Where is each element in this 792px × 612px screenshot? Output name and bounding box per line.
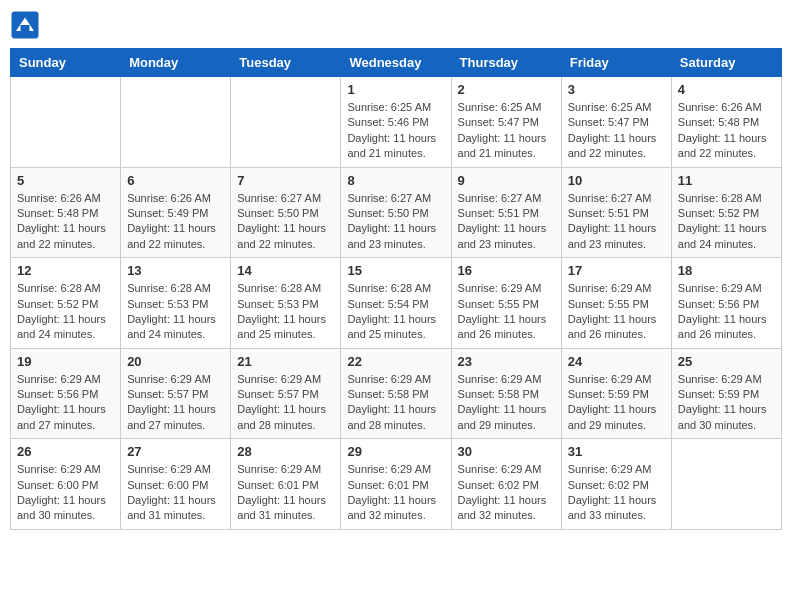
day-info: Sunrise: 6:29 AMSunset: 5:58 PMDaylight:… xyxy=(458,372,555,434)
calendar-cell: 28Sunrise: 6:29 AMSunset: 6:01 PMDayligh… xyxy=(231,439,341,530)
day-info: Sunrise: 6:28 AMSunset: 5:53 PMDaylight:… xyxy=(237,281,334,343)
day-number: 28 xyxy=(237,444,334,459)
calendar-cell: 23Sunrise: 6:29 AMSunset: 5:58 PMDayligh… xyxy=(451,348,561,439)
calendar-cell: 14Sunrise: 6:28 AMSunset: 5:53 PMDayligh… xyxy=(231,258,341,349)
day-number: 6 xyxy=(127,173,224,188)
calendar-cell: 8Sunrise: 6:27 AMSunset: 5:50 PMDaylight… xyxy=(341,167,451,258)
day-number: 25 xyxy=(678,354,775,369)
day-number: 5 xyxy=(17,173,114,188)
day-info: Sunrise: 6:29 AMSunset: 5:56 PMDaylight:… xyxy=(17,372,114,434)
calendar-table: SundayMondayTuesdayWednesdayThursdayFrid… xyxy=(10,48,782,530)
day-info: Sunrise: 6:29 AMSunset: 6:02 PMDaylight:… xyxy=(458,462,555,524)
day-number: 26 xyxy=(17,444,114,459)
day-number: 15 xyxy=(347,263,444,278)
header-friday: Friday xyxy=(561,49,671,77)
calendar-cell: 16Sunrise: 6:29 AMSunset: 5:55 PMDayligh… xyxy=(451,258,561,349)
calendar-cell: 1Sunrise: 6:25 AMSunset: 5:46 PMDaylight… xyxy=(341,77,451,168)
day-number: 11 xyxy=(678,173,775,188)
header-monday: Monday xyxy=(121,49,231,77)
day-number: 27 xyxy=(127,444,224,459)
day-info: Sunrise: 6:26 AMSunset: 5:48 PMDaylight:… xyxy=(17,191,114,253)
day-info: Sunrise: 6:25 AMSunset: 5:47 PMDaylight:… xyxy=(458,100,555,162)
day-info: Sunrise: 6:25 AMSunset: 5:46 PMDaylight:… xyxy=(347,100,444,162)
calendar-cell: 21Sunrise: 6:29 AMSunset: 5:57 PMDayligh… xyxy=(231,348,341,439)
svg-rect-2 xyxy=(21,25,30,31)
page-header xyxy=(10,10,782,40)
calendar-cell: 22Sunrise: 6:29 AMSunset: 5:58 PMDayligh… xyxy=(341,348,451,439)
calendar-cell: 26Sunrise: 6:29 AMSunset: 6:00 PMDayligh… xyxy=(11,439,121,530)
day-number: 17 xyxy=(568,263,665,278)
calendar-cell: 29Sunrise: 6:29 AMSunset: 6:01 PMDayligh… xyxy=(341,439,451,530)
calendar-cell: 6Sunrise: 6:26 AMSunset: 5:49 PMDaylight… xyxy=(121,167,231,258)
header-tuesday: Tuesday xyxy=(231,49,341,77)
day-info: Sunrise: 6:29 AMSunset: 6:01 PMDaylight:… xyxy=(237,462,334,524)
day-info: Sunrise: 6:29 AMSunset: 5:59 PMDaylight:… xyxy=(678,372,775,434)
calendar-cell: 30Sunrise: 6:29 AMSunset: 6:02 PMDayligh… xyxy=(451,439,561,530)
day-info: Sunrise: 6:29 AMSunset: 5:55 PMDaylight:… xyxy=(458,281,555,343)
calendar-cell: 25Sunrise: 6:29 AMSunset: 5:59 PMDayligh… xyxy=(671,348,781,439)
day-info: Sunrise: 6:29 AMSunset: 6:00 PMDaylight:… xyxy=(17,462,114,524)
logo xyxy=(10,10,42,40)
day-info: Sunrise: 6:27 AMSunset: 5:51 PMDaylight:… xyxy=(568,191,665,253)
day-number: 2 xyxy=(458,82,555,97)
day-info: Sunrise: 6:29 AMSunset: 5:57 PMDaylight:… xyxy=(237,372,334,434)
day-number: 13 xyxy=(127,263,224,278)
day-info: Sunrise: 6:25 AMSunset: 5:47 PMDaylight:… xyxy=(568,100,665,162)
day-number: 7 xyxy=(237,173,334,188)
day-number: 10 xyxy=(568,173,665,188)
header-wednesday: Wednesday xyxy=(341,49,451,77)
day-info: Sunrise: 6:28 AMSunset: 5:52 PMDaylight:… xyxy=(678,191,775,253)
calendar-cell: 3Sunrise: 6:25 AMSunset: 5:47 PMDaylight… xyxy=(561,77,671,168)
day-number: 4 xyxy=(678,82,775,97)
calendar-cell: 4Sunrise: 6:26 AMSunset: 5:48 PMDaylight… xyxy=(671,77,781,168)
day-info: Sunrise: 6:27 AMSunset: 5:51 PMDaylight:… xyxy=(458,191,555,253)
calendar-cell: 9Sunrise: 6:27 AMSunset: 5:51 PMDaylight… xyxy=(451,167,561,258)
calendar-cell: 18Sunrise: 6:29 AMSunset: 5:56 PMDayligh… xyxy=(671,258,781,349)
day-info: Sunrise: 6:27 AMSunset: 5:50 PMDaylight:… xyxy=(347,191,444,253)
day-info: Sunrise: 6:29 AMSunset: 5:58 PMDaylight:… xyxy=(347,372,444,434)
day-info: Sunrise: 6:28 AMSunset: 5:52 PMDaylight:… xyxy=(17,281,114,343)
day-number: 3 xyxy=(568,82,665,97)
day-number: 21 xyxy=(237,354,334,369)
day-number: 8 xyxy=(347,173,444,188)
calendar-cell: 15Sunrise: 6:28 AMSunset: 5:54 PMDayligh… xyxy=(341,258,451,349)
day-number: 23 xyxy=(458,354,555,369)
calendar-cell: 17Sunrise: 6:29 AMSunset: 5:55 PMDayligh… xyxy=(561,258,671,349)
calendar-cell: 10Sunrise: 6:27 AMSunset: 5:51 PMDayligh… xyxy=(561,167,671,258)
day-info: Sunrise: 6:28 AMSunset: 5:54 PMDaylight:… xyxy=(347,281,444,343)
calendar-cell: 5Sunrise: 6:26 AMSunset: 5:48 PMDaylight… xyxy=(11,167,121,258)
day-info: Sunrise: 6:29 AMSunset: 5:59 PMDaylight:… xyxy=(568,372,665,434)
day-info: Sunrise: 6:29 AMSunset: 6:00 PMDaylight:… xyxy=(127,462,224,524)
header-sunday: Sunday xyxy=(11,49,121,77)
day-number: 24 xyxy=(568,354,665,369)
calendar-cell: 20Sunrise: 6:29 AMSunset: 5:57 PMDayligh… xyxy=(121,348,231,439)
calendar-cell: 13Sunrise: 6:28 AMSunset: 5:53 PMDayligh… xyxy=(121,258,231,349)
day-number: 30 xyxy=(458,444,555,459)
calendar-cell: 19Sunrise: 6:29 AMSunset: 5:56 PMDayligh… xyxy=(11,348,121,439)
day-number: 29 xyxy=(347,444,444,459)
logo-icon xyxy=(10,10,40,40)
day-number: 19 xyxy=(17,354,114,369)
calendar-cell: 24Sunrise: 6:29 AMSunset: 5:59 PMDayligh… xyxy=(561,348,671,439)
calendar-cell xyxy=(671,439,781,530)
calendar-cell: 27Sunrise: 6:29 AMSunset: 6:00 PMDayligh… xyxy=(121,439,231,530)
day-info: Sunrise: 6:29 AMSunset: 6:02 PMDaylight:… xyxy=(568,462,665,524)
day-info: Sunrise: 6:29 AMSunset: 5:57 PMDaylight:… xyxy=(127,372,224,434)
day-info: Sunrise: 6:29 AMSunset: 5:56 PMDaylight:… xyxy=(678,281,775,343)
header-thursday: Thursday xyxy=(451,49,561,77)
day-info: Sunrise: 6:29 AMSunset: 5:55 PMDaylight:… xyxy=(568,281,665,343)
day-number: 31 xyxy=(568,444,665,459)
calendar-cell: 12Sunrise: 6:28 AMSunset: 5:52 PMDayligh… xyxy=(11,258,121,349)
day-number: 16 xyxy=(458,263,555,278)
day-number: 12 xyxy=(17,263,114,278)
day-info: Sunrise: 6:28 AMSunset: 5:53 PMDaylight:… xyxy=(127,281,224,343)
day-info: Sunrise: 6:26 AMSunset: 5:48 PMDaylight:… xyxy=(678,100,775,162)
day-number: 1 xyxy=(347,82,444,97)
day-info: Sunrise: 6:26 AMSunset: 5:49 PMDaylight:… xyxy=(127,191,224,253)
calendar-cell: 31Sunrise: 6:29 AMSunset: 6:02 PMDayligh… xyxy=(561,439,671,530)
calendar-cell xyxy=(121,77,231,168)
day-info: Sunrise: 6:27 AMSunset: 5:50 PMDaylight:… xyxy=(237,191,334,253)
calendar-cell: 11Sunrise: 6:28 AMSunset: 5:52 PMDayligh… xyxy=(671,167,781,258)
header-saturday: Saturday xyxy=(671,49,781,77)
day-info: Sunrise: 6:29 AMSunset: 6:01 PMDaylight:… xyxy=(347,462,444,524)
